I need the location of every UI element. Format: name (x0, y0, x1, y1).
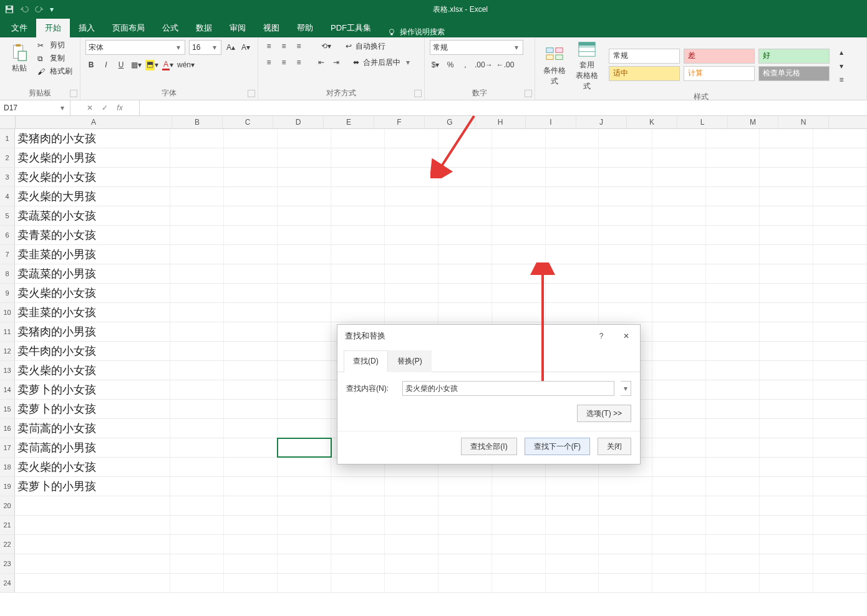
cell[interactable] (760, 400, 813, 418)
cell[interactable] (224, 419, 278, 438)
decrease-indent-button[interactable]: ⇤ (316, 56, 327, 69)
cell[interactable] (760, 148, 813, 167)
dialog-launcher-icon[interactable] (248, 90, 255, 97)
cell[interactable] (652, 458, 706, 476)
cell[interactable] (170, 477, 224, 496)
column-header[interactable]: K (627, 116, 677, 128)
cell[interactable] (599, 206, 652, 225)
cell[interactable] (438, 554, 492, 573)
cell[interactable] (546, 477, 599, 496)
column-header[interactable]: A (16, 116, 172, 128)
cell[interactable]: 卖火柴的小女孩 (15, 361, 170, 380)
cell[interactable] (170, 342, 224, 360)
style-neutral[interactable]: 适中 (609, 66, 680, 81)
style-gallery-down[interactable]: ▾ (836, 60, 847, 72)
cell[interactable] (278, 496, 331, 515)
cell[interactable] (546, 206, 599, 225)
cell[interactable] (813, 264, 867, 283)
style-calculation[interactable]: 计算 (684, 66, 755, 81)
cell[interactable] (813, 535, 867, 554)
fx-icon[interactable]: fx (117, 103, 122, 112)
cell[interactable] (224, 206, 278, 225)
cell[interactable] (492, 496, 546, 515)
cell[interactable] (385, 148, 438, 167)
dialog-launcher-icon[interactable] (414, 90, 422, 97)
find-next-button[interactable]: 查找下一个(F) (525, 438, 590, 455)
cell[interactable]: 卖青菜的小女孩 (15, 226, 170, 244)
cell[interactable] (170, 206, 224, 225)
cell[interactable] (170, 264, 224, 283)
cell[interactable] (278, 361, 331, 380)
cell[interactable] (224, 400, 278, 418)
cancel-icon[interactable]: ✕ (87, 103, 93, 112)
cell[interactable] (331, 477, 385, 496)
cell[interactable] (813, 477, 867, 496)
cell[interactable] (492, 477, 546, 496)
column-header[interactable]: D (273, 116, 324, 128)
cell[interactable] (492, 535, 546, 554)
tab-review[interactable]: 审阅 (221, 19, 254, 37)
row-header[interactable]: 12 (0, 342, 15, 360)
cell[interactable] (546, 148, 599, 167)
cell[interactable] (652, 322, 706, 341)
cell[interactable] (706, 496, 760, 515)
cell[interactable] (813, 206, 867, 225)
cell[interactable] (652, 438, 706, 457)
cell[interactable] (546, 496, 599, 515)
cell[interactable] (331, 303, 385, 322)
cell[interactable] (652, 168, 706, 186)
dialog-close-icon[interactable]: ✕ (620, 332, 632, 340)
cell[interactable] (278, 206, 331, 225)
cell[interactable] (813, 496, 867, 515)
cell[interactable] (599, 264, 652, 283)
cell[interactable] (331, 496, 385, 515)
row-header[interactable]: 5 (0, 206, 15, 225)
cell[interactable] (813, 322, 867, 341)
cell[interactable] (599, 516, 652, 534)
cell[interactable] (652, 303, 706, 322)
cell[interactable] (599, 226, 652, 244)
save-icon[interactable] (5, 5, 14, 14)
cell[interactable]: 卖韭菜的小女孩 (15, 303, 170, 322)
paste-button[interactable]: 粘贴 (5, 43, 34, 74)
cell[interactable] (652, 477, 706, 496)
row-header[interactable]: 13 (0, 361, 15, 380)
cell[interactable] (385, 264, 438, 283)
cell[interactable] (706, 187, 760, 206)
increase-font-button[interactable]: A▴ (225, 41, 236, 54)
cell[interactable] (599, 535, 652, 554)
cell[interactable] (224, 361, 278, 380)
cell[interactable] (599, 168, 652, 186)
cell[interactable] (706, 535, 760, 554)
cell[interactable] (813, 458, 867, 476)
cell[interactable] (438, 226, 492, 244)
cell[interactable] (170, 535, 224, 554)
cell[interactable] (652, 206, 706, 225)
cell[interactable] (760, 187, 813, 206)
cell[interactable] (278, 245, 331, 264)
cell[interactable] (224, 477, 278, 496)
cell[interactable] (599, 187, 652, 206)
cell[interactable] (170, 284, 224, 302)
cell[interactable] (224, 458, 278, 476)
tab-replace-inner[interactable]: 替换(P) (388, 350, 432, 372)
cell[interactable] (706, 206, 760, 225)
cell[interactable] (224, 226, 278, 244)
dialog-launcher-icon[interactable] (70, 90, 77, 97)
cell[interactable] (546, 264, 599, 283)
cell[interactable] (224, 264, 278, 283)
cell[interactable] (813, 148, 867, 167)
increase-decimal-button[interactable]: .00→ (475, 59, 493, 71)
cell[interactable] (706, 554, 760, 573)
column-header[interactable]: N (778, 116, 829, 128)
cell[interactable] (599, 574, 652, 592)
cell[interactable] (813, 226, 867, 244)
close-button[interactable]: 关闭 (598, 438, 631, 455)
cell[interactable] (278, 380, 331, 399)
cell[interactable] (760, 342, 813, 360)
cell[interactable] (652, 554, 706, 573)
cell[interactable] (278, 226, 331, 244)
cell[interactable] (224, 342, 278, 360)
cell[interactable] (706, 458, 760, 476)
cell[interactable] (438, 284, 492, 302)
